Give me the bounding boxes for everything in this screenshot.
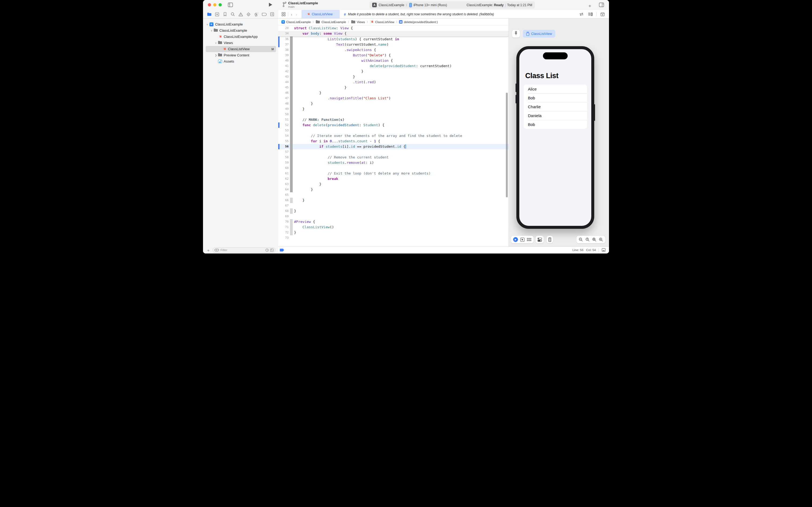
code-line-20[interactable]: 20struct ClassListView: View {	[278, 25, 509, 31]
fold-ribbon[interactable]	[290, 63, 293, 69]
code-line-59[interactable]: 59students.remove(at: i)	[278, 160, 509, 165]
minimap-options-icon[interactable]	[587, 11, 594, 17]
variants-mode-button[interactable]	[527, 238, 531, 241]
breadcrumb-item[interactable]: Views	[351, 20, 365, 24]
device-settings-button[interactable]	[536, 236, 544, 243]
fold-ribbon[interactable]	[290, 165, 293, 171]
line-number[interactable]: 37	[278, 42, 289, 47]
code-line-52[interactable]: 52func delete(providedStudent: Student) …	[278, 122, 509, 128]
code-area[interactable]: 20struct ClassListView: View {34var body…	[278, 25, 509, 246]
code-line-56[interactable]: 56if students[i].id == providedStudent.i…	[278, 144, 509, 149]
code-line-40[interactable]: 40withAnimation {	[278, 58, 509, 63]
code-line-34[interactable]: 34var body: some View {	[278, 31, 509, 36]
line-number[interactable]: 55	[278, 138, 289, 144]
sidebar-item-views[interactable]: ∨Views	[206, 40, 276, 46]
navigator-tab-bookmarks[interactable]	[222, 11, 228, 17]
preview-device-button[interactable]	[547, 236, 553, 243]
code-line-62[interactable]: 62break	[278, 176, 509, 181]
code-line-36[interactable]: 36List(students) { currentStudent in	[278, 37, 509, 42]
line-number[interactable]: 70	[278, 219, 289, 225]
fold-ribbon[interactable]	[290, 176, 293, 181]
line-number[interactable]: 58	[278, 155, 289, 160]
line-number[interactable]: 56	[278, 144, 289, 149]
line-number[interactable]: 66	[278, 198, 289, 203]
zoom-in-icon[interactable]	[599, 237, 603, 242]
code-line-53[interactable]: 53	[278, 128, 509, 133]
editor-options-icon[interactable]	[601, 248, 606, 252]
filter-field[interactable]: Filter	[213, 247, 276, 253]
line-number[interactable]: 65	[278, 192, 289, 198]
line-number[interactable]: 54	[278, 133, 289, 138]
fold-ribbon[interactable]	[290, 69, 293, 74]
go-back-icon[interactable]: ‹	[289, 12, 294, 17]
line-number[interactable]: 57	[278, 149, 289, 155]
fold-ribbon[interactable]	[290, 155, 293, 160]
line-number[interactable]: 42	[278, 69, 289, 74]
fold-ribbon[interactable]	[290, 37, 293, 42]
fold-ribbon[interactable]	[290, 187, 293, 192]
code-line-55[interactable]: 55for i in 0...students.count - 1 {	[278, 138, 509, 144]
fold-ribbon[interactable]	[290, 144, 293, 149]
preview-device-pill[interactable]: ClassListView	[523, 30, 555, 38]
line-number[interactable]: 44	[278, 79, 289, 85]
go-forward-icon[interactable]: ›	[294, 12, 299, 17]
toggle-navigator-icon[interactable]	[228, 2, 233, 7]
breadcrumb-item[interactable]: ClassListView	[370, 19, 394, 24]
line-number[interactable]: 41	[278, 63, 289, 69]
fold-ribbon[interactable]	[290, 58, 293, 63]
add-button[interactable]: ＋	[587, 3, 592, 9]
navigator-tab-issues[interactable]	[238, 11, 243, 17]
line-number[interactable]: 64	[278, 187, 289, 192]
code-line-38[interactable]: 38.swipeActions {	[278, 47, 509, 53]
fold-ribbon[interactable]	[290, 101, 293, 106]
zoom-100-icon[interactable]	[585, 237, 590, 242]
code-line-54[interactable]: 54// Iterate over the elements of the ar…	[278, 133, 509, 138]
zoom-window-button[interactable]	[219, 3, 222, 6]
zoom-out-icon[interactable]	[579, 237, 583, 242]
fold-ribbon[interactable]	[290, 138, 293, 144]
fold-ribbon[interactable]	[290, 90, 293, 96]
fold-ribbon[interactable]	[290, 112, 293, 117]
toggle-inspector-icon[interactable]	[599, 2, 604, 7]
tab-classlistview[interactable]: ClassListView	[301, 10, 340, 18]
zoom-fit-icon[interactable]	[592, 237, 596, 242]
code-line-66[interactable]: 66}	[278, 198, 509, 203]
code-line-42[interactable]: 42}	[278, 69, 509, 74]
navigator-tab-tests[interactable]	[245, 11, 251, 17]
line-number[interactable]: 36	[278, 37, 289, 42]
fold-ribbon[interactable]	[290, 106, 293, 112]
line-number[interactable]: 63	[278, 181, 289, 187]
line-number[interactable]: 43	[278, 74, 289, 79]
recent-files-icon[interactable]	[265, 248, 269, 252]
navigator-tab-reports[interactable]	[269, 11, 275, 17]
minimize-window-button[interactable]	[213, 3, 217, 6]
editor-scrollbar[interactable]	[506, 93, 508, 198]
line-number[interactable]: 68	[278, 208, 289, 214]
sidebar-item-classlistexampleapp[interactable]: ClassListExampleApp	[206, 34, 276, 40]
code-line-43[interactable]: 43}	[278, 74, 509, 79]
code-line-46[interactable]: 46}	[278, 90, 509, 96]
chevron-right-icon[interactable]: ❯	[214, 54, 218, 57]
navigator-tab-find[interactable]	[230, 11, 236, 17]
commit-banner[interactable]: # Made it possible to delete a student, …	[344, 12, 494, 16]
fold-ribbon[interactable]	[290, 85, 293, 90]
student-row[interactable]: Charlie	[524, 102, 587, 111]
code-line-61[interactable]: 61// Exit the loop (don't delete any mor…	[278, 171, 509, 176]
code-line-49[interactable]: 49}	[278, 106, 509, 112]
add-editor-icon[interactable]	[599, 11, 606, 17]
line-number[interactable]: 61	[278, 171, 289, 176]
fold-ribbon[interactable]	[290, 230, 293, 235]
sidebar-item-classlistexample[interactable]: ∨ClassListExample	[206, 27, 276, 34]
code-line-72[interactable]: 72}	[278, 230, 509, 235]
code-line-57[interactable]: 57	[278, 149, 509, 155]
line-number[interactable]: 38	[278, 47, 289, 53]
fold-ribbon[interactable]	[290, 181, 293, 187]
sidebar-item-assets[interactable]: Assets	[206, 58, 276, 64]
run-button[interactable]	[269, 2, 273, 7]
code-line-58[interactable]: 58// Remove the current student	[278, 155, 509, 160]
fold-ribbon[interactable]	[290, 117, 293, 122]
line-number[interactable]: 72	[278, 230, 289, 235]
fold-ribbon[interactable]	[290, 122, 293, 128]
code-line-69[interactable]: 69	[278, 214, 509, 219]
navigator-tab-debug[interactable]	[253, 11, 259, 17]
